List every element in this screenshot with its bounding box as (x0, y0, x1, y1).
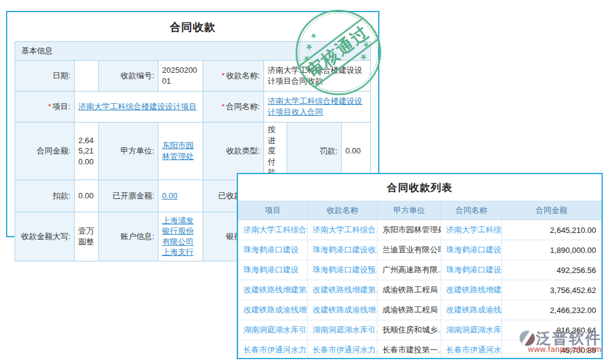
account-info-link[interactable]: 上海浦发银行股份有限公司上海支行 (162, 216, 194, 257)
col-header-project: 项目 (239, 201, 308, 220)
cell-contract-amount: 3,756,452.62 (502, 280, 602, 300)
invoiced-amount-link[interactable]: 0.00 (162, 191, 177, 200)
cell-party-a: 抚顺住房和城乡... (378, 320, 441, 340)
table-row: 珠海鹤港口建设 珠海鹤港口建设预... 广州高速路有限... 珠海鹤港口建设 4… (239, 260, 602, 280)
penalty-value[interactable]: 0.00 (342, 123, 371, 180)
invoiced-amount-value: 0.00 (158, 180, 203, 212)
vendor-logo-row: 泛普软件 (520, 331, 602, 346)
account-info-label: 账户信息: (99, 212, 158, 261)
receipt-no-label: 收款编号: (99, 61, 158, 92)
project-label: *项目: (15, 92, 75, 123)
account-info-value: 上海浦发银行股份有限公司上海支行 (158, 212, 203, 261)
cell-party-a: 长春市建投第一... (378, 340, 441, 360)
col-header-party-a: 甲方单位 (378, 201, 441, 220)
party-a-link[interactable]: 东阳市园林管理处 (162, 141, 194, 161)
cell-contract-amount: 2,466,232.00 (502, 300, 602, 320)
screen: 合同收款 基本信息 日期: 收款编号: 2025020001 *收款名称: 济南… (0, 0, 607, 364)
cell-contract-name[interactable]: 珠海鹤港口建设... (441, 240, 502, 260)
cell-project[interactable]: 改建铁路线增建第二... (239, 280, 308, 300)
table-row: 改建铁路线增建第二... 改建铁路线增建第... 成渝铁路工程局 改建铁路线增建… (239, 280, 602, 300)
col-header-contract-amount: 合同金额 (502, 201, 602, 220)
cell-contract-amount: 492,256.56 (502, 260, 602, 280)
deduction-label: 扣款: (15, 180, 75, 212)
cell-receipt-name[interactable]: 济南大学工科综合... (308, 220, 378, 240)
deduction-value[interactable]: 0.00 (75, 180, 99, 212)
amount-in-words-value: 壹万圆整 (75, 212, 99, 261)
project-link[interactable]: 济南大学工科综合楼建设设计项目 (78, 102, 197, 111)
contract-amount-label: 合同金额: (15, 123, 75, 180)
date-label: 日期: (15, 61, 75, 92)
cell-project[interactable]: 珠海鹤港口建设 (239, 240, 308, 260)
cell-receipt-name[interactable]: 改建铁路线增建第... (308, 280, 378, 300)
contract-name-value: 济南大学工科综合楼建设设计项目收入合同 (264, 92, 371, 123)
required-mark: * (222, 102, 225, 111)
vendor-watermark: 泛普软件 www.fanpusoft.com (520, 331, 602, 354)
cell-project[interactable]: 济南大学工科综合楼... (239, 220, 308, 240)
date-value[interactable] (75, 61, 99, 92)
form-row: 日期: 收款编号: 2025020001 *收款名称: 济南大学工科综合楼建设设… (15, 61, 371, 92)
col-header-contract-name: 合同名称 (441, 201, 502, 220)
cell-contract-name[interactable]: 长春市伊通河水... (441, 340, 502, 360)
cell-receipt-name[interactable]: 珠海鹤港口建设预... (308, 260, 378, 280)
cell-contract-name[interactable]: 湖南洞庭湖水库... (441, 320, 502, 340)
cell-receipt-name[interactable]: 改建铁路成渝线增... (308, 300, 378, 320)
amount-in-words-label: 收款金额大写: (15, 212, 75, 261)
contract-name-label: *合同名称: (203, 92, 264, 123)
cell-receipt-name[interactable]: 湖南洞庭湖水库引... (308, 320, 378, 340)
receipt-name-label: *收款名称: (203, 61, 264, 92)
cell-party-a: 成渝铁路工程局 (378, 280, 441, 300)
table-row: 济南大学工科综合楼... 济南大学工科综合... 东阳市园林管理处 济南大学工科… (239, 220, 602, 240)
contract-amount-value: 2,645,210.00 (75, 123, 99, 180)
vendor-logo-icon (520, 331, 535, 346)
cell-contract-name[interactable]: 济南大学工科综... (441, 220, 502, 240)
cell-project[interactable]: 珠海鹤港口建设 (239, 260, 308, 280)
cell-project[interactable]: 长春市伊通河水力发... (239, 340, 308, 360)
party-a-label: 甲方单位: (99, 123, 158, 180)
penalty-label: 罚款: (287, 123, 342, 180)
receipt-name-value[interactable]: 济南大学工科综合楼建设设计项目合同收款 (264, 61, 371, 92)
receipt-no-value: 2025020001 (158, 61, 203, 92)
vendor-url: www.fanpusoft.com (520, 345, 602, 354)
list-title: 合同收款列表 (238, 174, 602, 201)
cell-contract-name[interactable]: 改建铁路成渝线... (441, 300, 502, 320)
basic-info-section-header: 基本信息 (15, 41, 371, 61)
contract-name-link[interactable]: 济南大学工科综合楼建设设计项目收入合同 (268, 96, 362, 116)
table-header-row: 项目 收款名称 甲方单位 合同名称 合同金额 (239, 201, 602, 220)
cell-receipt-name[interactable]: 珠海鹤港口建设收... (308, 240, 378, 260)
cell-contract-amount: 2,645,210.00 (502, 220, 602, 240)
table-row: 改建铁路成渝线增建... 改建铁路成渝线增... 成渝铁路工程局 改建铁路成渝线… (239, 300, 602, 320)
invoiced-amount-label: 已开票金额: (99, 180, 158, 212)
cell-party-a: 兰迪置业有限公司 (378, 240, 441, 260)
receipt-type-value[interactable]: 按进度付款 (264, 123, 287, 180)
cell-project[interactable]: 改建铁路成渝线增建... (239, 300, 308, 320)
form-row: *项目: 济南大学工科综合楼建设设计项目 *合同名称: 济南大学工科综合楼建设设… (15, 92, 371, 123)
vendor-name: 泛普软件 (536, 331, 602, 346)
cell-party-a: 东阳市园林管理处 (378, 220, 441, 240)
cell-contract-name[interactable]: 珠海鹤港口建设 (441, 260, 502, 280)
party-a-value: 东阳市园林管理处 (158, 123, 203, 180)
cell-party-a: 成渝铁路工程局 (378, 300, 441, 320)
form-title: 合同收款 (7, 12, 378, 41)
required-mark: * (222, 71, 225, 80)
cell-contract-amount: 1,890,000.00 (502, 240, 602, 260)
cell-receipt-name[interactable]: 长春市伊通河水力... (308, 340, 378, 360)
cell-contract-name[interactable]: 改建铁路线增建... (441, 280, 502, 300)
receipt-type-label: 收款类型: (203, 123, 264, 180)
cell-project[interactable]: 湖南洞庭湖水库引水... (239, 320, 308, 340)
col-header-receipt-name: 收款名称 (308, 201, 378, 220)
table-row: 珠海鹤港口建设 珠海鹤港口建设收... 兰迪置业有限公司 珠海鹤港口建设... … (239, 240, 602, 260)
project-value: 济南大学工科综合楼建设设计项目 (75, 92, 203, 123)
cell-party-a: 广州高速路有限... (378, 260, 441, 280)
form-row: 合同金额: 2,645,210.00 甲方单位: 东阳市园林管理处 收款类型: … (15, 123, 371, 180)
required-mark: * (48, 102, 51, 111)
